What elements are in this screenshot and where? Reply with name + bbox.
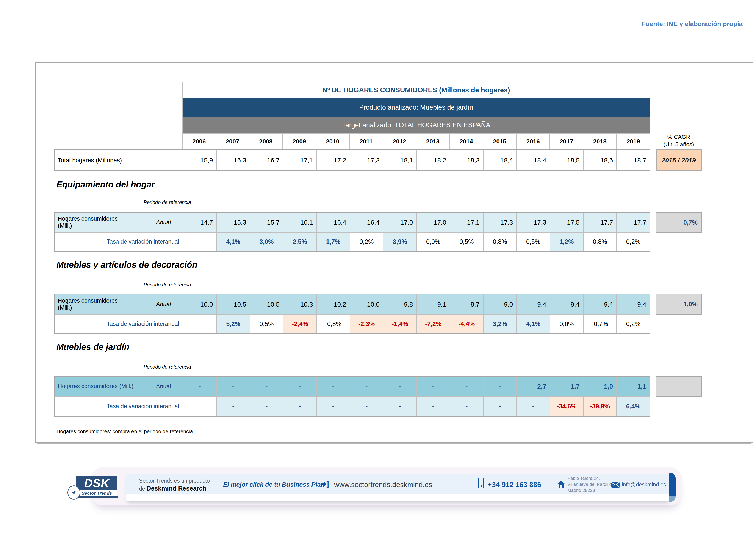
tasa-cell: 1,2% bbox=[550, 233, 583, 251]
footer-product-line1: Sector Trends es un producto bbox=[139, 478, 210, 484]
tasa-cell: -34,6% bbox=[550, 397, 583, 416]
address-block: Pablo Tejera 24. Villanueva del Pardillo… bbox=[567, 475, 613, 493]
tasa-cell: 0,8% bbox=[583, 233, 616, 251]
consumer-households-row: Hogares consumidores (Mill.) Anual -----… bbox=[55, 377, 650, 396]
year-header: 2009 bbox=[283, 133, 316, 150]
table-jardin: Hogares consumidores (Mill.) Anual -----… bbox=[54, 376, 650, 416]
row-label: Hogares consumidores (Mill.) bbox=[55, 377, 144, 396]
value-cell: 10,5 bbox=[217, 295, 250, 314]
tasa-cell: -2,3% bbox=[350, 315, 383, 333]
sector-trends-label: Sector Trends bbox=[82, 491, 112, 496]
value-cell: 1,1 bbox=[617, 377, 650, 396]
yoy-row-label: Tasa de variación interanual bbox=[55, 315, 183, 333]
total-row-label: Total hogares (Millones) bbox=[55, 150, 183, 170]
value-cell: - bbox=[350, 377, 383, 396]
tasa-cell: 6,4% bbox=[617, 397, 650, 416]
logo-bottom-strip bbox=[75, 496, 118, 498]
periodo-referencia-label: Periodo de referencia bbox=[55, 200, 191, 205]
tasa-cell: -2,4% bbox=[284, 315, 316, 333]
cagr-range-cell: 2015 / 2019 bbox=[656, 150, 702, 171]
tasa-cell: 0,8% bbox=[483, 233, 517, 251]
consumer-households-row: Hogares consumidores (Mill.) Anual 10,01… bbox=[55, 295, 650, 314]
value-cell: 15,7 bbox=[250, 213, 283, 232]
website-link[interactable]: www.sectortrends.deskmind.es bbox=[334, 481, 432, 489]
total-value-cell: 17,1 bbox=[284, 150, 316, 170]
tasa-cell: -7,2% bbox=[417, 315, 450, 333]
table-title: Nº DE HOGARES CONSUMIDORES (Millones de … bbox=[183, 82, 650, 98]
total-value-cell: 16,3 bbox=[217, 150, 250, 170]
year-header: 2006 bbox=[183, 133, 216, 150]
value-cell: 15,3 bbox=[217, 213, 250, 232]
period-cell: Anual bbox=[144, 377, 183, 396]
section-title-equipamiento: Equipamiento del hogar bbox=[57, 180, 155, 189]
cagr-cell-jardin bbox=[656, 376, 702, 397]
value-cell: - bbox=[284, 377, 316, 396]
footnote: Hogares consumidores: compra en el perio… bbox=[57, 429, 193, 435]
phone-icon bbox=[478, 478, 484, 489]
deskmind-research-name: Deskmind Research bbox=[147, 485, 206, 492]
yoy-variation-row: Tasa de variación interanual -----------… bbox=[55, 397, 650, 416]
table-header-block: Nº DE HOGARES CONSUMIDORES (Millones de … bbox=[182, 82, 650, 133]
value-cell: 17,0 bbox=[384, 213, 417, 232]
value-cell: 9,4 bbox=[617, 295, 650, 314]
arrow-bracket-icon: ➡] bbox=[320, 479, 329, 488]
sector-trends-band: Sector Trends bbox=[76, 490, 118, 496]
tasa-cell: - bbox=[483, 397, 517, 416]
periodo-referencia-label: Periodo de referencia bbox=[55, 364, 191, 370]
address-line3: Madrid 28229 bbox=[567, 487, 613, 493]
tasa-cell: 4,1% bbox=[517, 315, 550, 333]
tasa-cell: 0,5% bbox=[250, 315, 283, 333]
tasa-cell: - bbox=[517, 397, 550, 416]
cagr-cell-decoracion: 1,0% bbox=[656, 294, 702, 315]
value-cell: 9,4 bbox=[550, 295, 583, 314]
value-cell: - bbox=[183, 377, 216, 396]
value-cell: 9,4 bbox=[583, 295, 616, 314]
year-header: 2011 bbox=[350, 133, 383, 150]
value-cell: - bbox=[417, 377, 450, 396]
total-value-cell: 18,6 bbox=[583, 150, 616, 170]
yoy-variation-row: Tasa de variación interanual 5,2%0,5%-2,… bbox=[55, 315, 650, 333]
cagr-cell-equipamiento: 0,7% bbox=[656, 212, 702, 233]
tasa-cell bbox=[183, 315, 216, 333]
address-line2: Villanueva del Pardillo. bbox=[567, 481, 613, 487]
value-cell: 17,3 bbox=[517, 213, 550, 232]
total-value-cell: 18,2 bbox=[417, 150, 450, 170]
table-equipamiento: Hogares consumidores (Mill.) Anual 14,71… bbox=[54, 212, 650, 252]
value-cell: 10,0 bbox=[350, 295, 383, 314]
tasa-cell: 0,6% bbox=[550, 315, 583, 333]
tasa-cell: - bbox=[417, 397, 450, 416]
value-cell: 8,7 bbox=[450, 295, 483, 314]
value-cell: 16,1 bbox=[284, 213, 316, 232]
total-value-cell: 18,7 bbox=[617, 150, 650, 170]
value-cell: - bbox=[483, 377, 517, 396]
house-icon bbox=[557, 480, 565, 489]
value-cell: 1,7 bbox=[550, 377, 583, 396]
yoy-row-label: Tasa de variación interanual bbox=[55, 233, 183, 251]
cagr-header-line2: (Ult. 5 años) bbox=[656, 141, 702, 148]
value-cell: 10,0 bbox=[183, 295, 216, 314]
cagr-header: % CAGR (Ult. 5 años) bbox=[656, 133, 702, 148]
source-note: Fuente: INE y elaboración propia bbox=[582, 20, 742, 28]
tasa-cell: 0,2% bbox=[350, 233, 383, 251]
email-link[interactable]: info@deskmind.es bbox=[622, 482, 666, 488]
value-cell: - bbox=[384, 377, 417, 396]
consumer-households-row: Hogares consumidores (Mill.) Anual 14,71… bbox=[55, 213, 650, 232]
tasa-cell bbox=[183, 397, 216, 416]
year-header: 2017 bbox=[550, 133, 583, 150]
year-header: 2008 bbox=[249, 133, 283, 150]
tasa-cell: -1,4% bbox=[384, 315, 417, 333]
phone-link[interactable]: +34 912 163 886 bbox=[488, 481, 541, 489]
tasa-cell: - bbox=[350, 397, 383, 416]
tasa-cell: - bbox=[384, 397, 417, 416]
tasa-cell: - bbox=[284, 397, 316, 416]
total-value-cell: 18,1 bbox=[384, 150, 417, 170]
value-cell: - bbox=[450, 377, 483, 396]
total-value-cell: 18,3 bbox=[450, 150, 483, 170]
value-cell: 10,5 bbox=[250, 295, 283, 314]
yoy-variation-row: Tasa de variación interanual 4,1%3,0%2,5… bbox=[55, 233, 650, 251]
tasa-cell: 2,5% bbox=[284, 233, 316, 251]
total-value-cell: 17,2 bbox=[317, 150, 350, 170]
tasa-cell: 3,9% bbox=[384, 233, 417, 251]
tasa-cell: - bbox=[250, 397, 283, 416]
value-cell: 17,5 bbox=[550, 213, 583, 232]
